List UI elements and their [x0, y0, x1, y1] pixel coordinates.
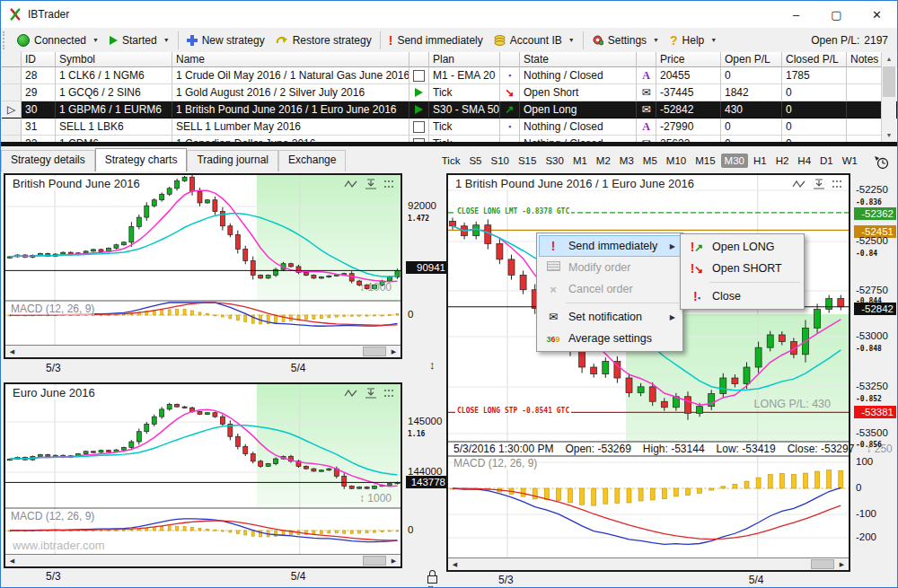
maximize-button[interactable]: ▢: [816, 1, 857, 28]
cell-run[interactable]: [409, 101, 429, 118]
menu-item-close[interactable]: !▪Close: [682, 285, 802, 307]
scroll-left-button[interactable]: ◀: [449, 559, 461, 569]
scroll-lock-icon[interactable]: ↔: [426, 570, 442, 588]
settings-button[interactable]: Settings ▼: [586, 30, 665, 50]
column-header-icon[interactable]: [637, 52, 656, 67]
column-header-Price[interactable]: Price: [656, 52, 721, 67]
run-checkbox[interactable]: [413, 70, 425, 82]
scroll-right-button[interactable]: ▶: [836, 559, 848, 569]
cell-id: 30: [22, 101, 56, 118]
scroll-left-button[interactable]: ◀: [6, 347, 18, 356]
timeframe-h4[interactable]: H4: [794, 154, 814, 168]
scroll-right-button[interactable]: ▶: [388, 347, 400, 356]
column-header-icon[interactable]: [2, 52, 22, 67]
timeframe-s5[interactable]: S5: [465, 154, 485, 168]
timeframe-m15[interactable]: M15: [691, 154, 718, 168]
toolbar-grip[interactable]: [3, 31, 8, 49]
menu-item-open-long[interactable]: !↗Open LONG: [682, 236, 802, 258]
close-button[interactable]: ✕: [857, 1, 897, 28]
timeframe-m2[interactable]: M2: [593, 154, 614, 168]
run-play-icon[interactable]: [415, 88, 423, 97]
vertical-splitter-icon[interactable]: ↕: [429, 358, 436, 372]
grid-dots-icon[interactable]: [383, 388, 396, 399]
scrollbar-thumb[interactable]: [363, 556, 386, 566]
chart-horizontal-scrollbar[interactable]: ◀▶: [448, 557, 849, 570]
chart-panel-eur[interactable]: Euro June 2016 MACD (12, 26, 9) ↕ 1000 w…: [4, 382, 402, 568]
cursor-clock-icon[interactable]: [874, 155, 890, 170]
timeframe-h1[interactable]: H1: [750, 154, 770, 168]
warning-icon: A: [642, 67, 650, 83]
scroll-right-button[interactable]: ▶: [388, 556, 400, 566]
column-header-Name[interactable]: Name: [172, 52, 409, 67]
account-button[interactable]: Account IB ▼: [489, 30, 580, 50]
timeframe-s10[interactable]: S10: [487, 154, 512, 168]
table-row[interactable]: ▷301 GBPM6 / 1 EURM61 British Pound June…: [2, 101, 898, 118]
tab-exchange[interactable]: Exchange: [278, 150, 346, 171]
restore-strategy-button[interactable]: Restore strategy: [270, 30, 377, 50]
column-header-State[interactable]: State: [520, 52, 637, 67]
timeframe-d1[interactable]: D1: [816, 154, 837, 168]
help-button[interactable]: ? Help ▼: [665, 30, 722, 50]
cell-run[interactable]: [409, 67, 429, 84]
connected-button[interactable]: Connected ▼: [12, 30, 104, 50]
minimize-button[interactable]: –: [776, 1, 816, 28]
table-row[interactable]: 31SELL 1 LBK6SELL 1 Lumber May 2016Tick▪…: [2, 118, 898, 136]
menu-item-set-notification[interactable]: ✉Set notification▶: [539, 306, 681, 328]
column-header-Notes[interactable]: Notes: [847, 52, 884, 67]
column-header-Open P/L[interactable]: Open P/L: [721, 52, 782, 67]
timeframe-tick[interactable]: Tick: [438, 154, 464, 168]
scroll-down-button[interactable]: ▼: [882, 128, 896, 142]
scrollbar-thumb[interactable]: [811, 559, 834, 569]
dock-down-icon[interactable]: [813, 179, 825, 189]
new-strategy-button[interactable]: New strategy: [181, 30, 270, 50]
tab-trading-journal[interactable]: Trading journal: [187, 150, 278, 171]
line-style-icon[interactable]: [344, 388, 358, 399]
scrollbar-thumb[interactable]: [363, 347, 386, 356]
run-play-icon[interactable]: [415, 105, 423, 114]
column-header-Closed P/L[interactable]: Closed P/L: [782, 52, 847, 67]
grid-dots-icon[interactable]: [383, 179, 396, 189]
column-header-icon[interactable]: [409, 52, 429, 67]
column-header-icon[interactable]: [500, 52, 520, 67]
eur-chart-svg[interactable]: [5, 384, 401, 555]
cell-run[interactable]: [409, 118, 429, 136]
send-immediately-button[interactable]: ! Send immediately: [383, 30, 489, 50]
scroll-left-button[interactable]: ◀: [6, 556, 18, 566]
chart-horizontal-scrollbar[interactable]: ◀▶: [5, 554, 401, 566]
scroll-up-button[interactable]: ▲: [882, 52, 896, 66]
column-header-Symbol[interactable]: Symbol: [56, 52, 172, 67]
table-row[interactable]: 291 GCQ6 / 2 SIN61 Gold August 2016 / 2 …: [2, 84, 898, 101]
table-row[interactable]: 321 CDM61 Canadian Dollar June 2016Tick▪…: [2, 136, 898, 142]
grid-dots-icon[interactable]: [832, 179, 844, 189]
started-button[interactable]: Started ▼: [104, 30, 175, 50]
column-header-Plan[interactable]: Plan: [429, 52, 500, 67]
timeframe-m3[interactable]: M3: [616, 154, 638, 168]
chart-horizontal-scrollbar[interactable]: ◀▶: [5, 345, 401, 357]
tab-strategy-details[interactable]: Strategy details: [1, 150, 95, 171]
cell-run[interactable]: [409, 136, 429, 142]
menu-item-average-settings[interactable]: 369Average settings: [539, 328, 681, 349]
dock-down-icon[interactable]: [365, 388, 377, 399]
timeframe-s15[interactable]: S15: [515, 154, 540, 168]
cell-run[interactable]: [409, 84, 429, 101]
tab-strategy-charts[interactable]: Strategy charts: [95, 148, 188, 171]
timeframe-m10[interactable]: M10: [663, 154, 690, 168]
chart-panel-gbp[interactable]: British Pound June 2016 MACD (12, 26, 9)…: [4, 173, 402, 359]
timeframe-m30[interactable]: M30: [721, 154, 748, 168]
menu-item-open-short[interactable]: !↘Open SHORT: [682, 258, 802, 279]
menu-item-send-immediately[interactable]: !Send immediately▶: [539, 235, 681, 257]
table-row[interactable]: 281 CLK6 / 1 NGM61 Crude Oil May 2016 / …: [2, 67, 898, 84]
timeframe-w1[interactable]: W1: [839, 154, 861, 168]
line-style-icon[interactable]: [792, 179, 806, 189]
timeframe-s30[interactable]: S30: [541, 154, 567, 168]
dock-down-icon[interactable]: [365, 179, 377, 189]
gbp-chart-svg[interactable]: [5, 175, 401, 346]
table-vertical-scrollbar[interactable]: ▲ ▼: [881, 52, 896, 142]
timeframe-m1[interactable]: M1: [569, 154, 591, 168]
column-header-ID[interactable]: ID: [22, 52, 56, 67]
timeframe-h2[interactable]: H2: [772, 154, 793, 168]
timeframe-m5[interactable]: M5: [639, 154, 661, 168]
scrollbar-thumb[interactable]: [883, 66, 895, 97]
line-style-icon[interactable]: [344, 179, 358, 189]
run-checkbox[interactable]: [413, 121, 425, 133]
